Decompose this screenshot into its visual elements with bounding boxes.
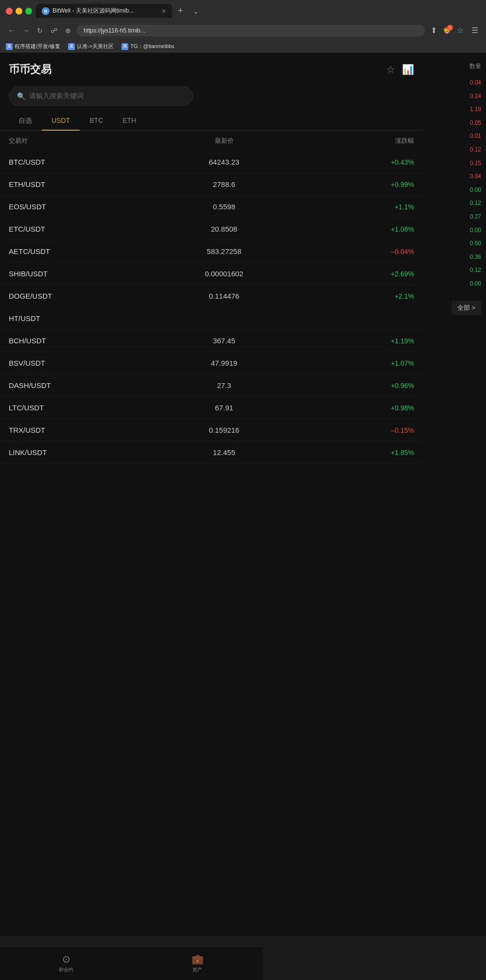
search-bar[interactable]: 🔍 请输入搜索关键词 [9, 86, 193, 106]
table-row[interactable]: EOS/USDT 0.5598 +1.1% [0, 196, 423, 218]
table-row[interactable]: TRX/USDT 0.159216 –0.15% [0, 419, 423, 441]
pair-change: +0.98% [287, 404, 414, 412]
browser-chrome: B BitWell - 天美社区源码网timib... ✕ + ⌄ ← → ↻ … [0, 0, 486, 52]
address-bar[interactable]: https://jys116-h5.timib... [77, 25, 425, 36]
table-row[interactable]: ETC/USDT 20.8508 +1.08% [0, 218, 423, 240]
pair-change: +1.07% [287, 359, 414, 367]
col-header-price: 最新价 [161, 136, 288, 145]
rewards-icon[interactable]: ☆ [455, 24, 466, 37]
table-row[interactable]: LINK/USDT 12.455 +1.85% [0, 441, 423, 464]
order-value: 0.12 [470, 197, 481, 210]
favorites-icon[interactable]: ☆ [386, 64, 395, 75]
pair-price: 367.45 [161, 337, 288, 345]
table-row[interactable]: DASH/USDT 27.3 +0.96% [0, 374, 423, 397]
pair-change: +0.99% [287, 181, 414, 188]
pair-change: +2.69% [287, 270, 414, 278]
pair-name: EOS/USDT [9, 203, 161, 211]
pair-name: AETC/USDT [9, 247, 161, 255]
table-row[interactable]: BTC/USDT 64243.23 +0.43% [0, 151, 423, 173]
tab-close-icon[interactable]: ✕ [161, 8, 166, 15]
traffic-lights [6, 8, 32, 15]
search-icon: 🔍 [17, 92, 25, 100]
table-row[interactable]: DOGE/USDT 0.114476 +2.1% [0, 285, 423, 307]
pair-name: LINK/USDT [9, 448, 161, 456]
order-value: 0.50 [470, 237, 481, 251]
nav-label-seconds: 秒合约 [59, 966, 73, 973]
table-row[interactable]: SHIB/USDT 0.00001602 +2.69% [0, 263, 423, 285]
close-button[interactable] [6, 8, 13, 15]
tab-eth[interactable]: ETH [113, 112, 146, 130]
all-button[interactable]: 全部 > [451, 301, 481, 315]
col-header-pair: 交易对 [9, 136, 161, 145]
main-panel: 币币交易 ☆ 📊 🔍 请输入搜索关键词 自选 USDT BTC [0, 52, 423, 936]
order-value: 0.36 [470, 251, 481, 264]
pair-name: BTC/USDT [9, 158, 161, 166]
back-button[interactable]: ← [6, 25, 17, 36]
pair-change: +1.08% [287, 225, 414, 233]
pair-change: –0.04% [287, 248, 414, 255]
pair-name: LTC/USDT [9, 404, 161, 412]
nav-label-assets: 资产 [192, 966, 202, 973]
bookmark-item-2[interactable]: 天 认准->天美社区 [68, 43, 114, 50]
active-tab[interactable]: B BitWell - 天美社区源码网timib... ✕ [36, 4, 172, 18]
fullscreen-button[interactable] [25, 8, 32, 15]
share-icon[interactable]: ⬆ [429, 24, 439, 37]
pair-price: 583.27258 [161, 247, 288, 255]
pair-price: 27.3 [161, 381, 288, 389]
extension-icon[interactable]: ⊕ [63, 25, 73, 36]
nav-item-assets[interactable]: 💼 资产 [184, 951, 211, 975]
app-container: 币币交易 ☆ 📊 🔍 请输入搜索关键词 自选 USDT BTC [0, 52, 486, 936]
bookmark-item-1[interactable]: 天 程序搭建/开发/修复 [6, 43, 60, 50]
table-row[interactable]: BSV/USDT 47.9919 +1.07% [0, 352, 423, 374]
pair-name: DOGE/USDT [9, 292, 161, 300]
col-header-change: 涨跌幅 [287, 136, 414, 145]
new-tab-icon[interactable]: + [174, 4, 187, 18]
table-header: 交易对 最新价 涨跌幅 [0, 131, 423, 151]
pair-price: 20.8508 [161, 225, 288, 233]
right-sidebar: 数量 0.04 0.24 1.19 0.05 0.01 0.12 0.15 0.… [423, 52, 486, 936]
header-icons: ☆ 📊 [386, 64, 414, 75]
order-value: 0.24 [470, 90, 481, 103]
pair-change: –0.15% [287, 426, 414, 434]
tab-favicon-icon: B [42, 7, 50, 15]
search-placeholder-text: 请输入搜索关键词 [29, 92, 84, 101]
brave-count-badge: 1 [447, 25, 453, 31]
order-value: 0.01 [470, 130, 481, 143]
minimize-button[interactable] [16, 8, 22, 15]
brave-shield[interactable]: 🦁 1 [443, 27, 451, 34]
table-row[interactable]: LTC/USDT 67.91 +0.98% [0, 397, 423, 419]
bookmark-button[interactable]: ☍ [49, 25, 59, 36]
order-value: 0.12 [470, 143, 481, 157]
pair-change: +0.43% [287, 158, 414, 166]
refresh-button[interactable]: ↻ [35, 25, 45, 36]
table-row[interactable]: ETH/USDT 2788.6 +0.99% [0, 173, 423, 196]
table-row[interactable]: HT/USDT [0, 307, 423, 330]
table-row[interactable]: AETC/USDT 583.27258 –0.04% [0, 240, 423, 263]
order-book-values: 0.04 0.24 1.19 0.05 0.01 0.12 0.15 0.04 … [428, 76, 481, 291]
all-button-container: 全部 > [428, 301, 481, 315]
order-value: 0.27 [470, 210, 481, 224]
forward-button[interactable]: → [20, 25, 31, 36]
bookmark-item-3[interactable]: 天 TG：@tianmeibbs [122, 43, 174, 50]
bookmark-label-2: 认准->天美社区 [77, 43, 114, 50]
bookmark-label-1: 程序搭建/开发/修复 [15, 43, 60, 50]
bookmark-favicon-2: 天 [68, 43, 75, 50]
order-value: 1.19 [470, 103, 481, 117]
order-value: 0.00 [470, 277, 481, 291]
tab-bar: B BitWell - 天美社区源码网timib... ✕ + ⌄ [36, 4, 480, 18]
chart-icon[interactable]: 📊 [402, 64, 414, 75]
tab-list-icon[interactable]: ⌄ [189, 5, 203, 17]
pair-change: +1.19% [287, 337, 414, 345]
nav-item-seconds[interactable]: ⊙ 秒合约 [51, 951, 81, 975]
sidebar-quantity-header: 数量 [469, 52, 481, 76]
tab-btc[interactable]: BTC [80, 112, 113, 130]
order-value: 0.04 [470, 170, 481, 184]
tab-zixuan[interactable]: 自选 [9, 112, 42, 130]
pair-price: 0.159216 [161, 426, 288, 434]
pair-price: 2788.6 [161, 180, 288, 188]
table-row[interactable]: BCH/USDT 367.45 +1.19% [0, 330, 423, 352]
pair-name: ETH/USDT [9, 180, 161, 188]
tab-usdt[interactable]: USDT [42, 112, 80, 130]
menu-icon[interactable]: ☰ [469, 24, 480, 37]
pair-price: 47.9919 [161, 359, 288, 367]
